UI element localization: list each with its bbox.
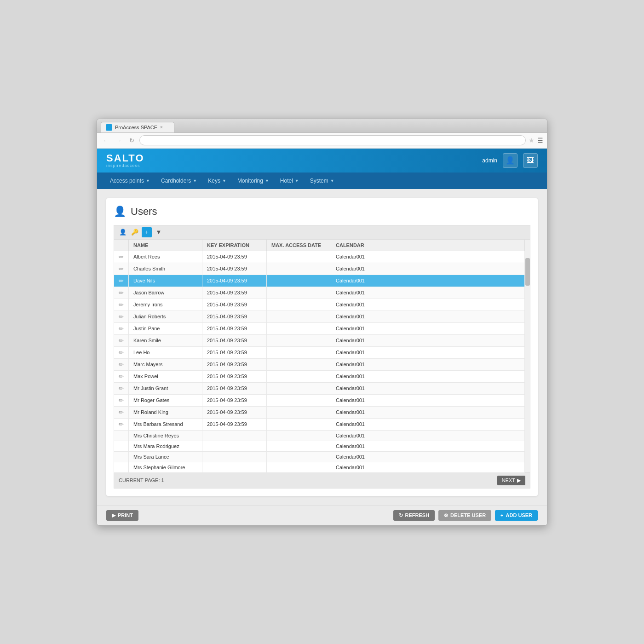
col-header-calendar[interactable]: CALENDAR [331, 239, 525, 251]
screen-button[interactable]: 🖼 [523, 153, 538, 168]
row-name: Justin Pane [129, 322, 202, 334]
table-row[interactable]: ✏Julian Roberts2015-04-09 23:59Calendar0… [114, 310, 525, 322]
delete-label: DELETE USER [450, 512, 486, 518]
table-row[interactable]: ✏Dave Nils2015-04-09 23:59Calendar001 [114, 275, 525, 287]
browser-tab-bar: ProAccess SPACE × [97, 119, 547, 133]
col-header-max-access-date[interactable]: MAX. ACCESS DATE [267, 239, 331, 251]
forward-button[interactable]: → [114, 135, 124, 145]
address-bar-input[interactable] [139, 135, 526, 145]
row-key-expiration: 2015-04-09 23:59 [202, 287, 267, 299]
browser-addressbar: ← → ↻ ★ ☰ [97, 133, 547, 149]
nav-keys[interactable]: Keys ▼ [202, 172, 232, 189]
table-row[interactable]: ✏Justin Pane2015-04-09 23:59Calendar001 [114, 322, 525, 334]
scrollbar-track[interactable] [525, 239, 530, 473]
table-row[interactable]: ✏Mrs Barbara Stresand2015-04-09 23:59Cal… [114, 418, 525, 430]
browser-tab[interactable]: ProAccess SPACE × [101, 122, 174, 132]
row-max-access-date [267, 275, 331, 287]
page-container: 👤 Users 👤 🔑 + ▼ NAME [106, 198, 538, 496]
table-row[interactable]: Mrs Mara RodriguezCalendar001 [114, 441, 525, 451]
row-name: Marc Mayers [129, 358, 202, 370]
table-row[interactable]: Mrs Sara LanceCalendar001 [114, 451, 525, 462]
table-row[interactable]: Mrs Stephanie GilmoreCalendar001 [114, 462, 525, 472]
refresh-button[interactable]: ↻ REFRESH [393, 510, 435, 521]
filter-button[interactable]: ▼ [154, 227, 164, 237]
users-table: NAME KEY EXPIRATION MAX. ACCESS DATE CAL… [114, 239, 525, 473]
row-name: Mrs Christine Reyes [129, 430, 202, 441]
refresh-icon: ↻ [399, 512, 403, 518]
row-key-expiration [202, 430, 267, 441]
nav-monitoring[interactable]: Monitoring ▼ [232, 172, 275, 189]
current-page-label: CURRENT PAGE: 1 [119, 477, 164, 483]
table-row[interactable]: ✏Jeremy Irons2015-04-09 23:59Calendar001 [114, 299, 525, 310]
row-calendar: Calendar001 [331, 346, 525, 358]
refresh-label: REFRESH [405, 512, 430, 518]
delete-user-button[interactable]: ⊗ DELETE USER [438, 510, 491, 521]
table-row[interactable]: ✏Mr Roger Gates2015-04-09 23:59Calendar0… [114, 394, 525, 406]
col-header-key-expiration[interactable]: KEY EXPIRATION [202, 239, 267, 251]
row-status-icon: ✏ [114, 310, 129, 322]
print-icon: ▶ [112, 512, 115, 518]
row-max-access-date [267, 370, 331, 382]
row-key-expiration: 2015-04-09 23:59 [202, 382, 267, 394]
add-row-button[interactable]: + [142, 227, 152, 237]
row-calendar: Calendar001 [331, 451, 525, 462]
select-all-button[interactable]: 👤 [118, 227, 128, 237]
nav-hotel[interactable]: Hotel ▼ [275, 172, 305, 189]
table-row[interactable]: ✏Charles Smith2015-04-09 23:59Calendar00… [114, 263, 525, 275]
table-row[interactable]: ✏Marc Mayers2015-04-09 23:59Calendar001 [114, 358, 525, 370]
row-status-icon: ✏ [114, 406, 129, 418]
table-row[interactable]: ✏Mr Justin Grant2015-04-09 23:59Calendar… [114, 382, 525, 394]
table-row[interactable]: ✏Mr Roland King2015-04-09 23:59Calendar0… [114, 406, 525, 418]
row-calendar: Calendar001 [331, 275, 525, 287]
add-user-button[interactable]: + ADD USER [495, 510, 538, 521]
next-arrow-icon: ▶ [517, 477, 521, 483]
row-status-icon: ✏ [114, 287, 129, 299]
table-row[interactable]: ✏Max Powel2015-04-09 23:59Calendar001 [114, 370, 525, 382]
print-label: PRINT [118, 512, 133, 518]
refresh-button[interactable]: ↻ [126, 135, 137, 145]
row-max-access-date [267, 251, 331, 263]
bottom-left-actions: ▶ PRINT [106, 510, 138, 521]
scrollbar-thumb[interactable] [525, 258, 530, 286]
main-content: 👤 Users 👤 🔑 + ▼ NAME [97, 189, 547, 505]
nav-system-arrow: ▼ [330, 178, 334, 183]
key-icon-button[interactable]: 🔑 [130, 227, 140, 237]
back-button[interactable]: ← [101, 135, 111, 145]
bookmark-icon[interactable]: ★ [529, 137, 535, 144]
table-row[interactable]: Mrs Christine ReyesCalendar001 [114, 430, 525, 441]
next-button[interactable]: NEXT ▶ [497, 476, 525, 485]
row-key-expiration: 2015-04-09 23:59 [202, 418, 267, 430]
table-row[interactable]: ✏Jason Barrow2015-04-09 23:59Calendar001 [114, 287, 525, 299]
bottom-toolbar: ▶ PRINT ↻ REFRESH ⊗ DELETE USER + ADD US… [97, 505, 547, 525]
row-key-expiration: 2015-04-09 23:59 [202, 358, 267, 370]
tab-close-button[interactable]: × [160, 125, 163, 130]
browser-menu-icon[interactable]: ☰ [537, 137, 543, 144]
row-name: Julian Roberts [129, 310, 202, 322]
nav-keys-arrow: ▼ [222, 178, 226, 183]
row-name: Dave Nils [129, 275, 202, 287]
table-row[interactable]: ✏Karen Smile2015-04-09 23:59Calendar001 [114, 334, 525, 346]
table-row[interactable]: ✏Lee Ho2015-04-09 23:59Calendar001 [114, 346, 525, 358]
row-calendar: Calendar001 [331, 334, 525, 346]
row-key-expiration: 2015-04-09 23:59 [202, 322, 267, 334]
nav-system-label: System [310, 178, 328, 184]
row-max-access-date [267, 394, 331, 406]
row-calendar: Calendar001 [331, 358, 525, 370]
table-row[interactable]: ✏Albert Rees2015-04-09 23:59Calendar001 [114, 251, 525, 263]
nav-access-points-label: Access points [110, 178, 144, 184]
col-header-name[interactable]: NAME [129, 239, 202, 251]
row-name: Mrs Mara Rodriguez [129, 441, 202, 451]
admin-profile-button[interactable]: 👤 [503, 153, 518, 168]
row-key-expiration: 2015-04-09 23:59 [202, 251, 267, 263]
page-title: Users [131, 206, 157, 218]
nav-access-points[interactable]: Access points ▼ [104, 172, 155, 189]
row-max-access-date [267, 406, 331, 418]
row-status-icon [114, 451, 129, 462]
row-max-access-date [267, 441, 331, 451]
row-max-access-date [267, 287, 331, 299]
row-key-expiration: 2015-04-09 23:59 [202, 406, 267, 418]
nav-cardholders-arrow: ▼ [193, 178, 197, 183]
nav-cardholders[interactable]: Cardholders ▼ [155, 172, 202, 189]
nav-system[interactable]: System ▼ [305, 172, 340, 189]
print-button[interactable]: ▶ PRINT [106, 510, 138, 521]
